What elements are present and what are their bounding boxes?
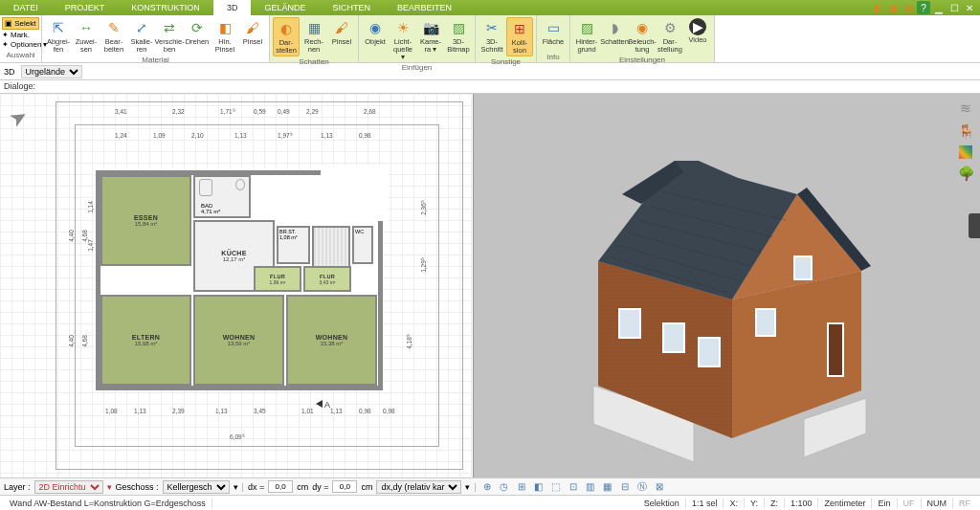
dim-right-0: 2,36⁵ xyxy=(420,200,428,215)
room-wohnen1[interactable]: WOHNEN13,59 m² xyxy=(193,295,284,386)
sb-ico-7[interactable]: ▥ xyxy=(584,480,597,494)
tool-beleuchtung[interactable]: ◉Beleuch-tung xyxy=(629,17,656,55)
tool-rechnen[interactable]: ▦Rech-nen xyxy=(301,17,327,56)
tool-verschieben[interactable]: ⇄Verschie-ben xyxy=(156,17,183,55)
layers-icon[interactable]: ≋ xyxy=(957,100,974,117)
ribbon-group-auswahl: ▣ Selekt ✦Mark. ✦Optionen ▾ Auswahl xyxy=(0,15,42,62)
dx-input[interactable] xyxy=(268,480,293,493)
layer-select[interactable]: 2D Einrichtu xyxy=(34,480,103,494)
menu-tab-3d[interactable]: 3D xyxy=(213,0,252,15)
subbar-gelaende-select[interactable]: Urgelände xyxy=(21,65,82,78)
view-3d-viewport[interactable]: ≋ 🪑 🌳 xyxy=(474,94,980,477)
tool-objekt[interactable]: ◉Objekt xyxy=(362,17,389,62)
menu-tab-bearbeiten[interactable]: BEARBEITEN xyxy=(384,0,465,15)
dim-top2-2: 2,10 xyxy=(191,132,204,139)
sb-ico-2[interactable]: ◷ xyxy=(498,480,511,494)
sb-ico-5[interactable]: ⬚ xyxy=(549,480,563,494)
icon-1[interactable]: ◧ xyxy=(871,1,884,14)
dim-right-2: 4,18⁵ xyxy=(406,334,413,349)
tool-hintergrund[interactable]: ▨Hinter-grund xyxy=(573,17,600,55)
menu-tab-sichten[interactable]: SICHTEN xyxy=(319,0,384,15)
close-icon[interactable]: ✕ xyxy=(963,1,976,14)
tool-abgreifen[interactable]: ⇱Abgrei-fen xyxy=(45,17,72,55)
tool-darstellung[interactable]: ⚙Dar-stellung xyxy=(657,17,683,55)
dim-top-2: 1,71⁵ xyxy=(220,108,235,116)
tool-kamera[interactable]: 📷Kame-ra ▾ xyxy=(417,17,444,62)
sb-ico-6[interactable]: ⊡ xyxy=(567,480,580,494)
min-icon[interactable]: ▁ xyxy=(932,1,946,14)
mark-checkbox[interactable]: ✦Mark. xyxy=(2,31,39,39)
cm-1: cm xyxy=(297,482,308,492)
statusbar-info: Wand AW-Bestand L=Konstruktion G=Erdgesc… xyxy=(0,495,980,510)
help-icon[interactable]: ? xyxy=(917,1,930,14)
house-3d-model[interactable] xyxy=(550,132,895,477)
dy-input[interactable] xyxy=(332,480,357,493)
room-essen[interactable]: ESSEN15,84 m² xyxy=(100,175,191,266)
room-wc[interactable]: WC xyxy=(352,226,373,264)
geschoss-label: Geschoss : xyxy=(116,482,159,492)
status-x: X: xyxy=(724,499,745,508)
dim-bot-5: 1,01 xyxy=(301,408,314,414)
tool-drehen[interactable]: ⟳Drehen xyxy=(184,17,211,55)
dim-top2-4: 1,97⁵ xyxy=(278,132,293,140)
tool-lichtquelle[interactable]: ☀Licht-quelle ▾ xyxy=(390,17,416,62)
max-icon[interactable]: ☐ xyxy=(947,1,961,14)
tool-3d-schnitt[interactable]: ✂3D-Schnitt xyxy=(479,17,505,56)
tool-darstellen[interactable]: ◐Dar-stellen xyxy=(273,17,300,56)
tool-3d-bitmap[interactable]: ▨3D-Bitmap xyxy=(445,17,472,62)
room-wohnen2[interactable]: WOHNEN15,38 m² xyxy=(286,295,377,386)
tool-schatten[interactable]: ◗Schatten xyxy=(601,17,628,55)
tool-hin-pinsel[interactable]: ◧Hin.Pinsel xyxy=(212,17,238,55)
materials-icon[interactable] xyxy=(959,145,972,159)
sb-ico-3[interactable]: ⊞ xyxy=(515,480,528,494)
sb-ico-11[interactable]: ⊠ xyxy=(653,480,666,494)
optionen-option[interactable]: ✦Optionen ▾ xyxy=(2,40,39,49)
icon-2[interactable]: ▦ xyxy=(886,1,900,14)
sub-toolbar: 3D Urgelände xyxy=(0,63,980,80)
icon-3[interactable]: ▤ xyxy=(902,1,915,14)
sb-ico-4[interactable]: ◧ xyxy=(532,480,546,494)
status-unit: Zentimeter xyxy=(818,499,872,508)
tool-zuweisen[interactable]: ↔Zuwei-sen xyxy=(73,17,100,55)
sb-ico-1[interactable]: ⊕ xyxy=(480,480,494,494)
menu-tab-konstruktion[interactable]: KONSTRUKTION xyxy=(118,0,213,15)
tool-video[interactable]: ▶Video xyxy=(684,17,711,55)
tool-skalieren[interactable]: ⤢Skalie-ren xyxy=(128,17,155,55)
panel-handle[interactable] xyxy=(969,213,980,238)
bathtub-icon xyxy=(199,179,212,196)
sb-ico-9[interactable]: ⊟ xyxy=(618,480,632,494)
room-flur1[interactable]: FLUR1,96 m² xyxy=(254,266,301,292)
tool-bearbeiten[interactable]: ✎Bear-beiten xyxy=(100,17,127,55)
dim-top-4: 0,49 xyxy=(278,108,290,115)
ribbon-group-schatten: ◐Dar-stellen ▦Rech-nen 🖌Pinsel Schatten xyxy=(270,15,359,62)
plan-2d-viewport[interactable]: ➤ 3,41 2,32 1,71⁵ 0,59 0,49 2,29 2,68 1,… xyxy=(0,94,474,477)
furniture-icon[interactable]: 🪑 xyxy=(957,122,974,140)
dim-top-3: 0,59 xyxy=(254,108,266,115)
geschoss-select[interactable]: Kellergesch xyxy=(163,480,230,494)
svg-rect-18 xyxy=(699,338,720,366)
coord-mode-select[interactable]: dx,dy (relativ kar xyxy=(376,480,461,494)
plan-notch xyxy=(321,166,388,221)
menu-tab-gelaende[interactable]: GELÄNDE xyxy=(251,0,319,15)
menu-tab-datei[interactable]: DATEI xyxy=(0,0,52,15)
room-flur2[interactable]: FLUR3,43 m² xyxy=(303,266,351,292)
tool-kollision[interactable]: ⊞Kolli-sion xyxy=(506,17,533,56)
tool-pinsel[interactable]: 🖌Pinsel xyxy=(239,17,266,55)
sb-ico-8[interactable]: ▦ xyxy=(601,480,614,494)
sb-ico-10[interactable]: Ⓝ xyxy=(635,480,649,494)
floor-plan[interactable]: ESSEN15,84 m² BAD4,71 m² KÜCHE12,17 m² B… xyxy=(96,170,383,390)
dim-left2-0: 4,40 xyxy=(68,335,75,347)
tool-pinsel-schatten[interactable]: 🖌Pinsel xyxy=(328,17,355,56)
menu-tab-projekt[interactable]: PROJEKT xyxy=(52,0,119,15)
tree-icon[interactable]: 🌳 xyxy=(957,165,974,182)
dim-bot-4: 3,45 xyxy=(254,408,266,414)
main-area: ➤ 3,41 2,32 1,71⁵ 0,59 0,49 2,29 2,68 1,… xyxy=(0,94,980,477)
dim-bot-6: 1,13 xyxy=(330,408,343,414)
room-eltern[interactable]: ELTERN15,68 m² xyxy=(100,295,191,386)
dim-left3-0: 1,14 xyxy=(87,201,94,213)
main-menu-bar: DATEI PROJEKT KONSTRUKTION 3D GELÄNDE SI… xyxy=(0,0,980,15)
room-bad[interactable]: BAD4,71 m² xyxy=(193,175,251,218)
tool-flaeche[interactable]: ▭Fläche xyxy=(540,17,567,52)
room-brst[interactable]: BR.ST.1,08 m² xyxy=(277,226,310,264)
selekt-button[interactable]: ▣ Selekt xyxy=(2,17,39,30)
